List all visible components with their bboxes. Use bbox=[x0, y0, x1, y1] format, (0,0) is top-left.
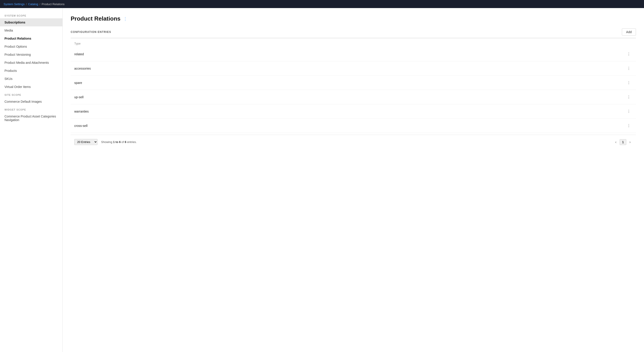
table-row[interactable]: cross-sell ⋮ bbox=[71, 119, 636, 133]
row-label-warranties: warranties bbox=[74, 110, 89, 113]
table-footer: 20 Entries 50 Entries 100 Entries Showin… bbox=[71, 135, 636, 149]
section-title: CONFIGURATION ENTRIES bbox=[71, 31, 111, 34]
breadcrumb-catalog[interactable]: Catalog bbox=[28, 3, 38, 6]
prev-page-button[interactable]: ‹ bbox=[614, 139, 618, 145]
sidebar-item-products[interactable]: Products bbox=[0, 67, 62, 75]
table-column-header: Type bbox=[71, 38, 636, 47]
row-actions-cross-sell[interactable]: ⋮ bbox=[625, 123, 632, 129]
sidebar-item-product-relations[interactable]: Product Relations bbox=[0, 35, 62, 43]
pagination: ‹ 1 › bbox=[614, 139, 632, 145]
breadcrumb-system-settings[interactable]: System Settings bbox=[4, 3, 24, 6]
row-actions-accessories[interactable]: ⋮ bbox=[625, 65, 632, 71]
sidebar-item-subscriptions[interactable]: Subscriptions bbox=[0, 18, 62, 27]
table-row[interactable]: spare ⋮ bbox=[71, 76, 636, 90]
sidebar: SYSTEM SCOPE Subscriptions Media Product… bbox=[0, 8, 63, 352]
add-button[interactable]: Add bbox=[622, 29, 636, 36]
table-body: related ⋮ accessories ⋮ spare ⋮ up-sell … bbox=[71, 47, 636, 133]
topbar: System Settings / Catalog / Product Rela… bbox=[0, 0, 644, 8]
row-actions-warranties[interactable]: ⋮ bbox=[625, 108, 632, 114]
breadcrumb-current: Product Relations bbox=[42, 3, 65, 6]
page-title: Product Relations bbox=[71, 15, 120, 22]
table-row[interactable]: up-sell ⋮ bbox=[71, 90, 636, 104]
sidebar-item-product-media-attachments[interactable]: Product Media and Attachments bbox=[0, 59, 62, 67]
page-1-button[interactable]: 1 bbox=[620, 139, 626, 145]
layout: SYSTEM SCOPE Subscriptions Media Product… bbox=[0, 8, 644, 352]
sidebar-item-product-versioning[interactable]: Product Versioning bbox=[0, 51, 62, 59]
row-label-accessories: accessories bbox=[74, 67, 91, 70]
page-menu-icon[interactable]: ⋮ bbox=[123, 16, 128, 22]
row-label-cross-sell: cross-sell bbox=[74, 124, 88, 128]
breadcrumb-sep-1: / bbox=[26, 3, 27, 6]
breadcrumb: System Settings / Catalog / Product Rela… bbox=[4, 3, 65, 6]
sidebar-item-media[interactable]: Media bbox=[0, 27, 62, 35]
row-actions-related[interactable]: ⋮ bbox=[625, 51, 632, 57]
sidebar-section-site: SITE SCOPE bbox=[0, 91, 62, 98]
row-label-related: related bbox=[74, 52, 84, 56]
footer-left: 20 Entries 50 Entries 100 Entries Showin… bbox=[74, 139, 137, 145]
table-row[interactable]: related ⋮ bbox=[71, 47, 636, 61]
showing-text: Showing 1 to 6 of 6 entries. bbox=[101, 140, 137, 144]
row-label-up-sell: up-sell bbox=[74, 95, 84, 99]
sidebar-item-virtual-order-items[interactable]: Virtual Order Items bbox=[0, 83, 62, 91]
table-row[interactable]: warranties ⋮ bbox=[71, 104, 636, 119]
breadcrumb-sep-2: / bbox=[39, 3, 40, 6]
row-label-spare: spare bbox=[74, 81, 82, 85]
section-header: CONFIGURATION ENTRIES Add bbox=[71, 29, 636, 38]
page-header: Product Relations ⋮ bbox=[71, 15, 636, 22]
table-row[interactable]: accessories ⋮ bbox=[71, 61, 636, 76]
sidebar-item-product-options[interactable]: Product Options bbox=[0, 43, 62, 51]
row-actions-up-sell[interactable]: ⋮ bbox=[625, 94, 632, 100]
sidebar-item-skus[interactable]: SKUs bbox=[0, 75, 62, 83]
row-actions-spare[interactable]: ⋮ bbox=[625, 80, 632, 86]
sidebar-item-commerce-default-images[interactable]: Commerce Default Images bbox=[0, 98, 62, 106]
sidebar-section-system: SYSTEM SCOPE bbox=[0, 12, 62, 18]
entries-select[interactable]: 20 Entries 50 Entries 100 Entries bbox=[74, 139, 98, 145]
next-page-button[interactable]: › bbox=[628, 139, 632, 145]
sidebar-section-widget: WIDGET SCOPE bbox=[0, 106, 62, 112]
sidebar-item-commerce-product-asset[interactable]: Commerce Product Asset Categories Naviga… bbox=[0, 112, 62, 124]
entries-per-page-select[interactable]: 20 Entries 50 Entries 100 Entries bbox=[74, 139, 98, 145]
main-content: Product Relations ⋮ CONFIGURATION ENTRIE… bbox=[63, 8, 644, 352]
